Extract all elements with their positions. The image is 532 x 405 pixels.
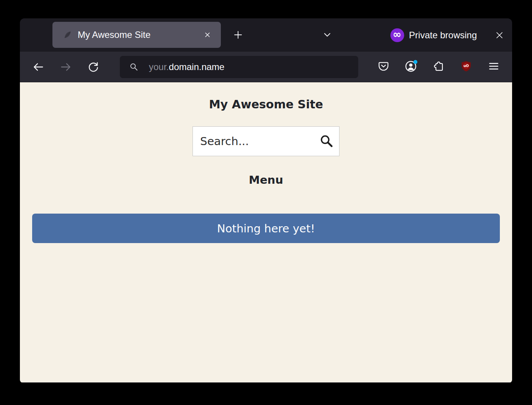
forward-button[interactable]: [57, 58, 75, 76]
url-host: domain.name: [169, 62, 224, 72]
account-button[interactable]: [403, 58, 419, 75]
extensions-puzzle-button[interactable]: [430, 58, 447, 75]
active-tab[interactable]: My Awesome Site: [52, 22, 221, 48]
tab-title: My Awesome Site: [78, 29, 150, 40]
tab-close-icon[interactable]: [200, 27, 215, 42]
url-text: your.domain.name: [149, 62, 224, 72]
hamburger-menu-button[interactable]: [485, 58, 502, 75]
pocket-button[interactable]: [375, 58, 392, 75]
web-page-content: My Awesome Site Menu Nothing here yet!: [20, 82, 512, 382]
site-search-box: [193, 126, 339, 156]
list-tabs-chevron-icon[interactable]: [319, 26, 336, 43]
screenshot-canvas: My Awesome Site ∞: [0, 0, 532, 405]
page-title: My Awesome Site: [20, 97, 512, 112]
search-input[interactable]: [193, 135, 315, 148]
back-button[interactable]: [29, 58, 47, 76]
toolbar-right-icons: uO: [375, 58, 502, 75]
private-mask-icon: ∞: [390, 28, 404, 42]
search-submit-icon[interactable]: [315, 130, 338, 152]
navigation-toolbar: your.domain.name: [20, 52, 512, 82]
ublock-origin-button[interactable]: uO: [458, 58, 475, 75]
url-subdomain: your.: [149, 62, 169, 72]
menu-heading: Menu: [20, 172, 512, 188]
private-browsing-indicator: ∞ Private browsing: [390, 18, 508, 52]
new-tab-button[interactable]: [230, 26, 246, 43]
url-bar[interactable]: your.domain.name: [120, 56, 358, 78]
reload-button[interactable]: [84, 58, 103, 76]
window-close-icon[interactable]: [491, 27, 508, 44]
browser-window: My Awesome Site ∞: [20, 18, 512, 383]
ublock-logo-text: uO: [463, 64, 469, 68]
menu-empty-banner: Nothing here yet!: [32, 214, 500, 243]
feather-favicon-icon: [62, 30, 72, 40]
private-browsing-label: Private browsing: [409, 30, 477, 41]
search-icon: [129, 62, 139, 72]
tab-strip: My Awesome Site ∞: [20, 18, 512, 52]
notification-dot: [413, 60, 417, 64]
